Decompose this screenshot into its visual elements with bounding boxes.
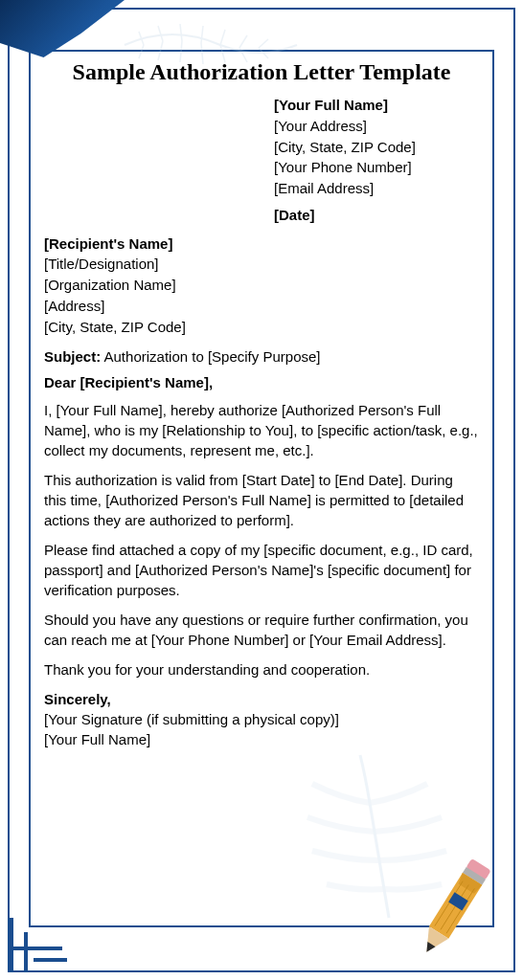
corner-decoration-bottom-left [10, 918, 67, 970]
paragraph-1: I, [Your Full Name], hereby authorize [A… [44, 400, 479, 460]
salutation: Dear [Recipient's Name], [44, 374, 479, 390]
subject-text: Authorization to [Specify Purpose] [101, 348, 320, 365]
paragraph-4: Should you have any questions or require… [44, 610, 479, 650]
sender-address: [Your Address] [274, 116, 479, 137]
paragraph-3: Please find attached a copy of my [speci… [44, 540, 479, 600]
sender-block: [Your Full Name] [Your Address] [City, S… [274, 95, 479, 226]
closing-name: [Your Full Name] [44, 729, 479, 749]
svg-rect-0 [10, 947, 62, 950]
recipient-title: [Title/Designation] [44, 254, 479, 275]
recipient-name: [Recipient's Name] [44, 234, 479, 255]
recipient-citystate: [City, State, ZIP Code] [44, 317, 479, 338]
svg-rect-1 [24, 932, 28, 970]
document-content: Sample Authorization Letter Template [Yo… [44, 59, 479, 918]
sender-citystate: [City, State, ZIP Code] [274, 137, 479, 158]
sign-off: Sincerely, [44, 689, 479, 709]
recipient-org: [Organization Name] [44, 275, 479, 296]
subject-label: Subject: [44, 348, 101, 365]
letter-date: [Date] [274, 205, 479, 226]
closing-block: Sincerely, [Your Signature (if submittin… [44, 689, 479, 749]
svg-rect-3 [34, 958, 67, 962]
sender-email: [Email Address] [274, 178, 479, 199]
sender-name: [Your Full Name] [274, 95, 479, 116]
subject-line: Subject: Authorization to [Specify Purpo… [44, 348, 479, 365]
signature-line: [Your Signature (if submitting a physica… [44, 709, 479, 729]
recipient-address: [Address] [44, 296, 479, 317]
svg-rect-2 [10, 918, 13, 970]
sender-phone: [Your Phone Number] [274, 157, 479, 178]
recipient-block: [Recipient's Name] [Title/Designation] [… [44, 234, 479, 338]
paragraph-2: This authorization is valid from [Start … [44, 470, 479, 530]
document-title: Sample Authorization Letter Template [44, 59, 479, 85]
paragraph-5: Thank you for your understanding and coo… [44, 659, 479, 679]
